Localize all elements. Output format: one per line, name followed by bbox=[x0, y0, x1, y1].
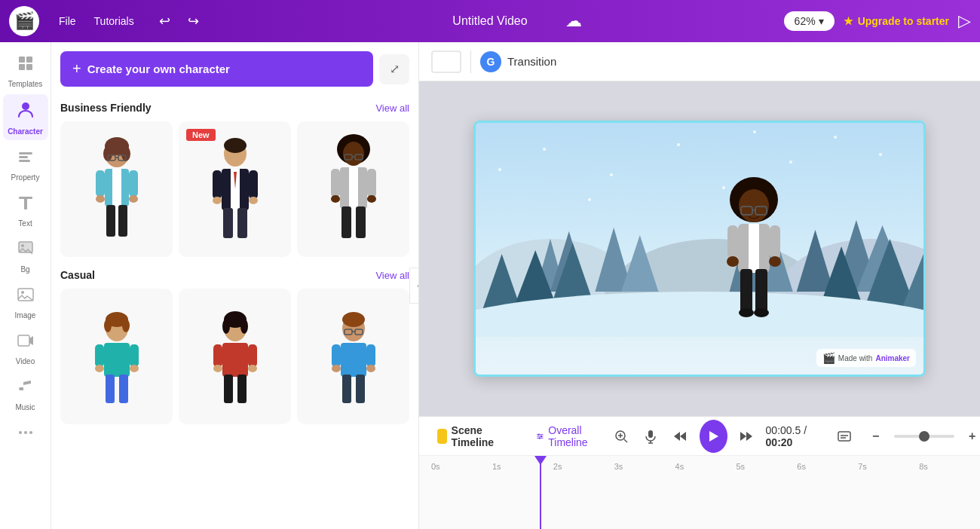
business-section-header: Business Friendly View all bbox=[60, 102, 409, 114]
canvas-viewport[interactable]: 🎬 Made with Animaker bbox=[419, 81, 980, 416]
zoom-track[interactable] bbox=[894, 435, 954, 438]
svg-rect-122 bbox=[727, 225, 738, 259]
scene-timeline-icon bbox=[437, 429, 447, 444]
text-icon bbox=[17, 194, 35, 216]
skip-back-button[interactable] bbox=[670, 424, 691, 448]
sidebar-item-more[interactable] bbox=[3, 417, 48, 451]
svg-point-89 bbox=[332, 365, 341, 372]
playhead[interactable] bbox=[540, 456, 541, 529]
overall-timeline-tab[interactable]: Overall Timeline bbox=[530, 421, 599, 451]
zoom-out-button[interactable]: − bbox=[864, 424, 888, 448]
svg-point-13 bbox=[21, 291, 24, 294]
scene-timeline-label: Scene Timeline bbox=[452, 424, 500, 448]
tick-label-7: 7s bbox=[858, 462, 867, 471]
svg-marker-142 bbox=[740, 432, 746, 441]
svg-point-11 bbox=[21, 244, 24, 247]
music-icon bbox=[17, 378, 35, 400]
topbar-menu: File Tutorials bbox=[51, 11, 142, 32]
svg-rect-119 bbox=[755, 269, 767, 313]
panel-header: + Create your own character ⤢ bbox=[51, 42, 418, 87]
svg-rect-63 bbox=[119, 375, 128, 403]
svg-point-32 bbox=[129, 195, 138, 203]
svg-point-70 bbox=[222, 319, 230, 334]
watermark-made-with: Made with bbox=[838, 354, 873, 362]
character-card-cas1[interactable] bbox=[60, 289, 173, 424]
svg-rect-76 bbox=[248, 344, 257, 367]
video-title[interactable]: Untitled Video bbox=[452, 14, 527, 28]
video-icon bbox=[17, 332, 35, 354]
app-logo[interactable]: 🎬 bbox=[9, 6, 39, 36]
captions-button[interactable] bbox=[835, 424, 855, 448]
collapse-icon: ‹ bbox=[417, 280, 419, 291]
casual-view-all-button[interactable]: View all bbox=[375, 270, 409, 281]
topbar-right: 62% ▾ ★ Upgrade to starter ▷ bbox=[784, 11, 971, 31]
character-card-biz2[interactable]: New bbox=[179, 121, 291, 257]
zoom-in-button[interactable]: + bbox=[960, 424, 980, 448]
zoom-level-button[interactable]: 62% ▾ bbox=[784, 11, 835, 31]
sidebar-item-image[interactable]: Image bbox=[3, 280, 48, 324]
svg-rect-61 bbox=[104, 343, 130, 377]
svg-rect-26 bbox=[112, 169, 121, 206]
total-time: 00:20 bbox=[766, 436, 793, 448]
time-separator: / bbox=[804, 424, 807, 436]
create-character-button[interactable]: + Create your own character bbox=[60, 51, 373, 87]
sidebar-item-music[interactable]: Music bbox=[3, 372, 48, 416]
plus-icon: + bbox=[72, 60, 81, 78]
cloud-save-button[interactable]: ☁ bbox=[565, 11, 582, 31]
property-label: Property bbox=[11, 173, 40, 182]
business-view-all-button[interactable]: View all bbox=[375, 102, 409, 114]
sidebar-item-bg[interactable]: Bg bbox=[3, 234, 48, 278]
character-card-cas3[interactable] bbox=[297, 289, 409, 424]
record-audio-button[interactable] bbox=[641, 424, 661, 448]
collapse-panel-button[interactable]: ‹ bbox=[409, 268, 419, 304]
sidebar-item-video[interactable]: Video bbox=[3, 326, 48, 370]
svg-rect-3 bbox=[26, 64, 32, 70]
file-menu-item[interactable]: File bbox=[51, 11, 84, 32]
upgrade-label: Upgrade to starter bbox=[858, 15, 949, 27]
tutorials-menu-item[interactable]: Tutorials bbox=[87, 11, 142, 32]
undo-button[interactable]: ↩ bbox=[154, 10, 176, 32]
time-display: 00:00.5 / 00:20 bbox=[766, 424, 825, 448]
upgrade-button[interactable]: ★ Upgrade to starter bbox=[844, 15, 949, 27]
bg-icon bbox=[17, 240, 35, 262]
current-time: 00:00.5 bbox=[766, 424, 801, 436]
sidebar-item-property[interactable]: Property bbox=[3, 142, 48, 186]
character-card-cas2[interactable] bbox=[179, 289, 291, 424]
svg-rect-2 bbox=[19, 64, 25, 70]
topbar-play-button[interactable]: ▷ bbox=[958, 11, 971, 31]
svg-line-133 bbox=[624, 439, 627, 442]
svg-rect-53 bbox=[331, 169, 340, 197]
scene-character[interactable] bbox=[720, 171, 788, 322]
svg-rect-86 bbox=[356, 375, 365, 403]
skip-forward-button[interactable] bbox=[737, 424, 757, 448]
svg-point-59 bbox=[104, 319, 112, 332]
undo-redo-group: ↩ ↪ bbox=[154, 10, 205, 32]
canvas-area: G Transition bbox=[419, 42, 980, 416]
svg-rect-117 bbox=[749, 224, 759, 273]
character-card-biz1[interactable] bbox=[60, 121, 173, 257]
svg-marker-141 bbox=[709, 431, 718, 442]
svg-rect-40 bbox=[213, 170, 222, 199]
sidebar-item-character[interactable]: Character bbox=[3, 94, 48, 140]
zoom-thumb bbox=[919, 431, 929, 442]
scene-background: 🎬 Made with Animaker bbox=[476, 123, 923, 375]
svg-point-4 bbox=[22, 102, 29, 110]
zoom-fit-button[interactable] bbox=[611, 424, 632, 448]
svg-point-129 bbox=[537, 433, 539, 435]
watermark-brand: Animaker bbox=[875, 354, 910, 362]
transition-preview bbox=[431, 50, 461, 73]
sidebar-item-templates[interactable]: Templates bbox=[3, 48, 48, 93]
music-label: Music bbox=[15, 403, 35, 411]
play-button[interactable] bbox=[700, 420, 727, 453]
templates-label: Templates bbox=[8, 80, 43, 88]
tick-label-4: 4s bbox=[675, 462, 684, 471]
svg-rect-75 bbox=[213, 344, 222, 367]
expand-panel-button[interactable]: ⤢ bbox=[379, 54, 409, 84]
character-card-biz3[interactable] bbox=[297, 121, 409, 257]
sidebar-item-text[interactable]: Text bbox=[3, 188, 48, 232]
svg-point-16 bbox=[24, 431, 27, 434]
scene-timeline-tab[interactable]: Scene Timeline bbox=[431, 421, 506, 451]
casual-chars-grid bbox=[60, 289, 409, 424]
redo-button[interactable]: ↪ bbox=[182, 10, 205, 32]
svg-rect-84 bbox=[341, 343, 366, 377]
